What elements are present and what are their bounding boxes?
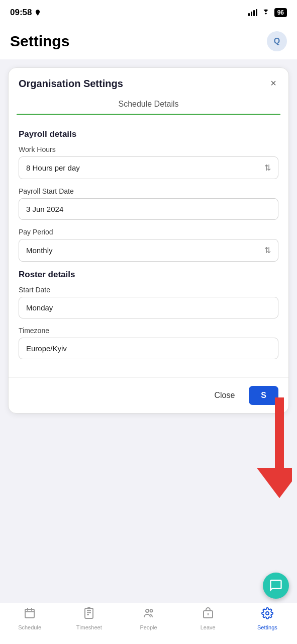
modal-tab-bar: Schedule Details	[9, 90, 288, 115]
svg-rect-0	[248, 13, 250, 16]
signal-icon	[248, 9, 257, 16]
work-hours-label: Work Hours	[19, 145, 278, 153]
schedule-icon	[24, 607, 36, 622]
svg-rect-2	[253, 10, 255, 16]
modal-footer: Close S	[9, 377, 288, 413]
nav-item-settings[interactable]: Settings	[238, 607, 297, 630]
nav-label-schedule: Schedule	[18, 624, 41, 630]
payroll-section-header: Payroll details	[19, 129, 278, 139]
close-button[interactable]: Close	[206, 386, 243, 405]
modal-title: Organisation Settings	[19, 78, 123, 90]
people-icon	[143, 607, 155, 622]
roster-section: Roster details Start Date Monday Timezon…	[19, 270, 278, 359]
main-content: Organisation Settings × Schedule Details…	[0, 59, 297, 610]
bottom-navigation: Schedule Timesheet People Leave Settings	[0, 603, 297, 644]
pay-period-select[interactable]: Monthly ⇅	[19, 239, 278, 262]
organisation-settings-modal: Organisation Settings × Schedule Details…	[8, 67, 289, 414]
roster-start-date-value: Monday	[26, 303, 53, 312]
pay-period-label: Pay Period	[19, 228, 278, 236]
modal-body: Payroll details Work Hours 8 Hours per d…	[9, 115, 288, 377]
work-hours-group: Work Hours 8 Hours per day ⇅	[19, 145, 278, 179]
nav-label-settings: Settings	[257, 624, 277, 630]
chat-bubble-button[interactable]	[263, 573, 289, 599]
page-title: Settings	[10, 33, 69, 50]
svg-point-16	[150, 610, 152, 612]
leave-icon	[202, 607, 214, 622]
nav-item-leave[interactable]: Leave	[178, 607, 238, 630]
pay-period-group: Pay Period Monthly ⇅	[19, 228, 278, 262]
settings-icon	[261, 607, 273, 622]
svg-rect-6	[25, 609, 34, 618]
status-icons: 96	[248, 8, 287, 17]
timesheet-icon	[83, 607, 95, 622]
work-hours-value: 8 Hours per day	[26, 164, 80, 172]
svg-rect-14	[87, 607, 90, 609]
avatar[interactable]: Q	[267, 31, 287, 51]
timezone-label: Timezone	[19, 327, 278, 335]
roster-start-date-label: Start Date	[19, 286, 278, 294]
roster-start-date-field[interactable]: Monday	[19, 297, 278, 318]
modal-close-button[interactable]: ×	[268, 78, 278, 88]
chevron-updown-icon: ⇅	[264, 163, 271, 173]
nav-item-schedule[interactable]: Schedule	[0, 607, 59, 630]
save-button[interactable]: S	[249, 386, 278, 405]
time-display: 09:58	[10, 8, 32, 18]
status-time: 09:58	[10, 8, 41, 18]
status-bar: 09:58 96	[0, 0, 297, 25]
svg-rect-3	[256, 9, 257, 16]
timezone-field[interactable]: Europe/Kyiv	[19, 338, 278, 359]
svg-point-15	[146, 609, 149, 612]
wifi-icon	[261, 9, 270, 16]
nav-item-timesheet[interactable]: Timesheet	[59, 607, 119, 630]
payroll-start-date-value: 3 Jun 2024	[26, 205, 63, 213]
roster-start-date-group: Start Date Monday	[19, 286, 278, 318]
location-icon	[34, 9, 41, 16]
payroll-start-date-label: Payroll Start Date	[19, 187, 278, 195]
work-hours-select[interactable]: 8 Hours per day ⇅	[19, 156, 278, 179]
page-header: Settings Q	[0, 25, 297, 59]
timezone-value: Europe/Kyiv	[26, 344, 67, 353]
nav-label-timesheet: Timesheet	[76, 624, 102, 630]
chevron-updown-icon-2: ⇅	[264, 246, 271, 255]
timezone-group: Timezone Europe/Kyiv	[19, 327, 278, 359]
payroll-start-date-group: Payroll Start Date 3 Jun 2024	[19, 187, 278, 220]
nav-item-people[interactable]: People	[119, 607, 178, 630]
nav-label-leave: Leave	[201, 624, 216, 630]
svg-point-19	[266, 612, 269, 615]
nav-label-people: People	[140, 624, 157, 630]
schedule-details-tab[interactable]: Schedule Details	[118, 100, 178, 114]
payroll-section: Payroll details Work Hours 8 Hours per d…	[19, 129, 278, 262]
roster-section-header: Roster details	[19, 270, 278, 280]
chat-icon	[269, 579, 283, 593]
payroll-start-date-field[interactable]: 3 Jun 2024	[19, 198, 278, 220]
modal-header: Organisation Settings ×	[9, 68, 288, 90]
pay-period-value: Monthly	[26, 246, 53, 255]
svg-rect-1	[251, 12, 252, 16]
battery-display: 96	[274, 8, 287, 17]
